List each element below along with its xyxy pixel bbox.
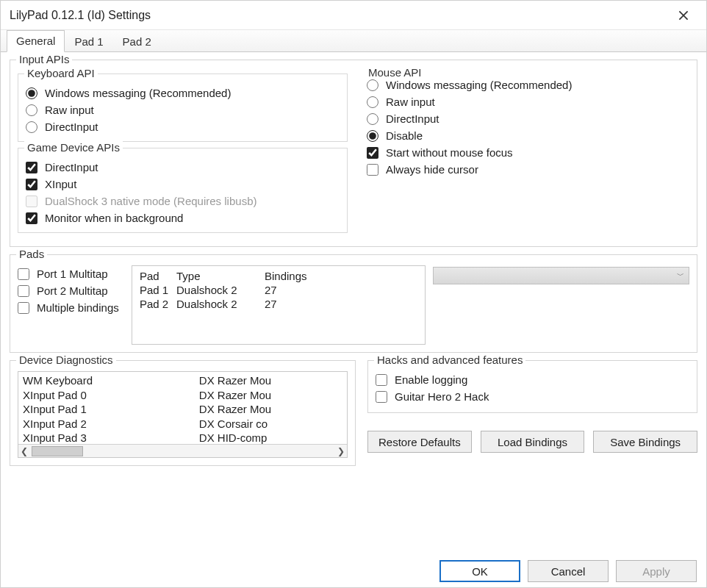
check-multiple-bindings[interactable]: Multiple bindings <box>18 299 124 316</box>
check-ds3-input <box>26 196 37 207</box>
device-diagnostics-list[interactable]: WM Keyboard XInput Pad 0 XInput Pad 1 XI… <box>18 371 348 458</box>
check-gh2-hack[interactable]: Guitar Hero 2 Hack <box>376 388 689 405</box>
check-port1-multitap-input[interactable] <box>18 268 29 280</box>
check-monitor-bg[interactable]: Monitor when in background <box>26 209 340 226</box>
tab-panel-general: Input APIs Keyboard API Windows messagin… <box>1 52 706 479</box>
check-enable-logging[interactable]: Enable logging <box>376 371 689 388</box>
radio-mouse-di[interactable]: DirectInput <box>367 110 682 127</box>
check-xinput-input[interactable] <box>26 179 37 190</box>
tab-pad2[interactable]: Pad 2 <box>113 31 161 52</box>
horizontal-scrollbar[interactable]: ❮ ❯ <box>18 444 347 457</box>
check-enable-logging-label: Enable logging <box>395 373 467 386</box>
check-always-hide-cursor[interactable]: Always hide cursor <box>367 161 682 178</box>
radio-mouse-disable-label: Disable <box>386 129 423 142</box>
check-start-without-mouse-focus-label: Start without mouse focus <box>386 146 513 159</box>
radio-mouse-raw-label: Raw input <box>386 96 435 108</box>
list-item[interactable]: XInput Pad 1 <box>23 402 195 417</box>
check-start-without-mouse-focus[interactable]: Start without mouse focus <box>367 144 682 161</box>
radio-mouse-di-input[interactable] <box>367 113 378 125</box>
scroll-right-icon[interactable]: ❯ <box>337 446 345 456</box>
check-ds3-label: DualShock 3 native mode (Requires libusb… <box>45 195 256 207</box>
legend-hacks: Hacks and advanced features <box>374 354 525 366</box>
check-xinput-label: XInput <box>45 178 76 190</box>
legend-keyboard-api: Keyboard API <box>24 67 98 79</box>
group-input-apis: Input APIs Keyboard API Windows messagin… <box>10 60 697 247</box>
group-device-diagnostics: Device Diagnostics WM Keyboard XInput Pa… <box>10 360 356 466</box>
tab-strip: General Pad 1 Pad 2 <box>1 30 706 52</box>
list-item[interactable]: XInput Pad 3 <box>23 431 195 445</box>
scroll-left-icon[interactable]: ❮ <box>21 446 28 456</box>
radio-keyboard-raw-input[interactable] <box>26 104 37 116</box>
radio-mouse-wm[interactable]: Windows messaging (Recommended) <box>367 76 682 93</box>
tab-pad1[interactable]: Pad 1 <box>65 31 112 52</box>
ok-button[interactable]: OK <box>439 560 520 582</box>
list-item[interactable]: DX Razer Mou <box>199 373 347 388</box>
apply-button: Apply <box>616 560 697 582</box>
radio-keyboard-wm[interactable]: Windows messaging (Recommended) <box>26 85 340 101</box>
tab-general[interactable]: General <box>7 30 65 52</box>
scroll-thumb[interactable] <box>32 446 83 456</box>
list-item[interactable]: XInput Pad 2 <box>23 417 195 431</box>
radio-mouse-di-label: DirectInput <box>386 112 439 125</box>
radio-keyboard-wm-input[interactable] <box>26 87 37 99</box>
radio-mouse-wm-input[interactable] <box>367 79 378 91</box>
titlebar: LilyPad 0.12.1 (Id) Settings <box>1 1 706 30</box>
radio-mouse-raw-input[interactable] <box>367 96 378 108</box>
radio-mouse-disable[interactable]: Disable <box>367 127 682 144</box>
radio-mouse-disable-input[interactable] <box>367 130 378 142</box>
check-port2-multitap-input[interactable] <box>18 285 29 297</box>
pads-listview[interactable]: Pad Type Bindings Pad 1 Dualshock 2 27 P… <box>132 265 426 345</box>
list-item[interactable]: WM Keyboard <box>23 373 195 388</box>
restore-defaults-button[interactable]: Restore Defaults <box>367 431 472 453</box>
pad-type-dropdown[interactable]: ﹀ <box>433 267 689 284</box>
check-always-hide-cursor-label: Always hide cursor <box>386 163 478 176</box>
check-gh2-hack-label: Guitar Hero 2 Hack <box>395 390 489 403</box>
check-multiple-bindings-label: Multiple bindings <box>37 301 119 314</box>
check-port2-multitap[interactable]: Port 2 Multitap <box>18 282 124 299</box>
radio-keyboard-wm-label: Windows messaging (Recommended) <box>45 87 231 99</box>
list-item[interactable]: XInput Pad 0 <box>23 388 195 403</box>
check-directinput-input[interactable] <box>26 162 37 173</box>
col-pad: Pad <box>138 269 175 283</box>
check-enable-logging-input[interactable] <box>376 374 387 386</box>
save-bindings-button[interactable]: Save Bindings <box>593 431 697 453</box>
radio-keyboard-raw[interactable]: Raw input <box>26 101 340 118</box>
dialog-footer: OK Cancel Apply <box>439 560 697 582</box>
legend-mouse-api: Mouse API <box>365 66 425 79</box>
load-bindings-button[interactable]: Load Bindings <box>481 431 585 453</box>
check-port1-multitap-label: Port 1 Multitap <box>37 268 108 280</box>
check-xinput[interactable]: XInput <box>26 176 340 193</box>
radio-mouse-wm-label: Windows messaging (Recommended) <box>386 79 572 91</box>
check-start-without-mouse-focus-input[interactable] <box>367 147 378 159</box>
radio-keyboard-raw-label: Raw input <box>45 104 94 116</box>
check-ds3: DualShock 3 native mode (Requires libusb… <box>26 193 340 209</box>
close-button[interactable] <box>667 4 700 27</box>
table-row[interactable]: Pad 2 Dualshock 2 27 <box>138 297 419 311</box>
check-gh2-hack-input[interactable] <box>376 391 387 403</box>
group-pads: Pads Port 1 Multitap Port 2 Multitap Mul… <box>10 254 697 353</box>
group-keyboard-api: Keyboard API Windows messaging (Recommen… <box>18 74 348 142</box>
cancel-button[interactable]: Cancel <box>528 560 609 582</box>
check-always-hide-cursor-input[interactable] <box>367 164 378 176</box>
table-row[interactable]: Pad 1 Dualshock 2 27 <box>138 283 419 297</box>
list-item[interactable]: DX Corsair co <box>199 417 347 431</box>
group-hacks: Hacks and advanced features Enable loggi… <box>367 360 697 413</box>
check-port1-multitap[interactable]: Port 1 Multitap <box>18 265 124 282</box>
check-multiple-bindings-input[interactable] <box>18 302 29 314</box>
legend-device-diag: Device Diagnostics <box>16 354 116 366</box>
check-monitor-bg-input[interactable] <box>26 212 37 224</box>
check-port2-multitap-label: Port 2 Multitap <box>37 284 108 297</box>
legend-pads: Pads <box>16 248 47 260</box>
table-header: Pad Type Bindings <box>138 269 419 283</box>
list-item[interactable]: DX HID-comp <box>199 431 347 445</box>
list-item[interactable]: DX Razer Mou <box>199 402 347 417</box>
radio-keyboard-di-input[interactable] <box>26 121 37 133</box>
col-type: Type <box>175 269 263 283</box>
legend-input-apis: Input APIs <box>16 53 72 65</box>
radio-mouse-raw[interactable]: Raw input <box>367 93 682 110</box>
radio-keyboard-di[interactable]: DirectInput <box>26 118 340 135</box>
group-game-device-apis: Game Device APIs DirectInput XInput Dual… <box>18 148 348 233</box>
chevron-down-icon: ﹀ <box>677 270 684 281</box>
list-item[interactable]: DX Razer Mou <box>199 388 347 403</box>
check-directinput[interactable]: DirectInput <box>26 159 340 176</box>
